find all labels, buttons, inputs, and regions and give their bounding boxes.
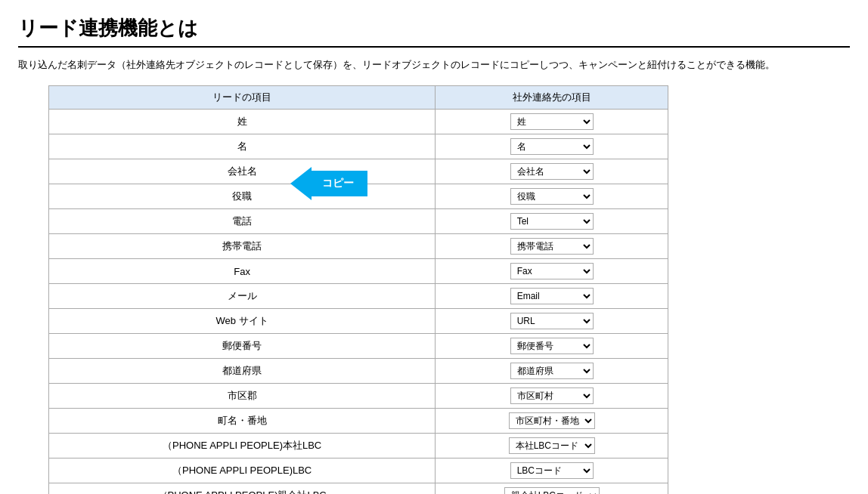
table-row: 市区郡市区町村 xyxy=(49,384,668,409)
external-field-select[interactable]: 携帯電話 xyxy=(510,238,594,255)
external-field-cell[interactable]: 市区町村 xyxy=(436,384,668,409)
table-row: 郵便番号郵便番号 xyxy=(49,334,668,359)
table-row: 名名 xyxy=(49,134,668,159)
lead-field-label: 町名・番地 xyxy=(49,409,436,434)
external-field-select[interactable]: 都道府県 xyxy=(510,363,594,379)
external-field-cell[interactable]: LBCコード xyxy=(436,458,668,483)
external-field-cell[interactable]: 役職 xyxy=(436,184,668,209)
page-title: リード連携機能とは xyxy=(18,15,850,48)
external-field-cell[interactable]: 郵便番号 xyxy=(436,334,668,359)
external-field-cell[interactable]: Tel xyxy=(436,209,668,234)
col2-header: 社外連絡先の項目 xyxy=(436,86,668,110)
lead-field-label: 電話 xyxy=(49,209,436,234)
external-field-select[interactable]: URL xyxy=(510,313,594,329)
lead-field-label: （PHONE APPLI PEOPLE)LBC xyxy=(49,458,436,483)
table-row: メールEmail xyxy=(49,284,668,309)
external-field-cell[interactable]: URL xyxy=(436,309,668,334)
table-row: 町名・番地市区町村・番地 xyxy=(49,409,668,434)
lead-field-label: 市区郡 xyxy=(49,384,436,409)
lead-field-label: （PHONE APPLI PEOPLE)本社LBC xyxy=(49,434,436,458)
lead-field-label: Fax xyxy=(49,259,436,284)
lead-field-label: 会社名 xyxy=(49,159,436,184)
lead-field-label: メール xyxy=(49,284,436,309)
external-field-cell[interactable]: Email xyxy=(436,284,668,309)
table-row: Web サイトURL xyxy=(49,309,668,334)
lead-field-label: 都道府県 xyxy=(49,359,436,384)
external-field-cell[interactable]: 名 xyxy=(436,134,668,159)
external-field-select[interactable]: 親会社LBCコード xyxy=(504,487,600,494)
lead-field-label: 役職 xyxy=(49,184,436,209)
lead-field-label: （PHONE APPLI PEOPLE)親会社LBC xyxy=(49,483,436,494)
external-field-select[interactable]: 郵便番号 xyxy=(510,338,594,354)
lead-field-label: Web サイト xyxy=(49,309,436,334)
table-row: （PHONE APPLI PEOPLE)親会社LBC親会社LBCコード xyxy=(49,483,668,494)
lead-field-label: 携帯電話 xyxy=(49,234,436,259)
table-row: （PHONE APPLI PEOPLE)LBCLBCコード xyxy=(49,458,668,483)
external-field-cell[interactable]: 会社名 xyxy=(436,159,668,184)
external-field-cell[interactable]: 市区町村・番地 xyxy=(436,409,668,434)
table-row: （PHONE APPLI PEOPLE)本社LBC本社LBCコード xyxy=(49,434,668,458)
lead-field-label: 姓 xyxy=(49,110,436,134)
external-field-select[interactable]: Tel xyxy=(510,213,594,230)
table-row: 電話Tel xyxy=(49,209,668,234)
external-field-select[interactable]: LBCコード xyxy=(510,462,594,479)
external-field-select[interactable]: 市区町村・番地 xyxy=(509,412,595,429)
external-field-select[interactable]: 市区町村 xyxy=(510,387,594,404)
external-field-cell[interactable]: 親会社LBCコード xyxy=(436,483,668,494)
external-field-cell[interactable]: 本社LBCコード xyxy=(436,434,668,458)
description-text: 取り込んだ名刺データ（社外連絡先オブジェクトのレコードとして保存）を、リードオブ… xyxy=(18,57,850,73)
table-row: 携帯電話携帯電話 xyxy=(49,234,668,259)
mapping-table: リードの項目 社外連絡先の項目 姓姓名名会社名会社名役職役職電話Tel携帯電話携… xyxy=(48,85,668,494)
external-field-select[interactable]: 姓 xyxy=(510,113,594,130)
table-row: 姓姓 xyxy=(49,110,668,134)
external-field-select[interactable]: 会社名 xyxy=(510,163,594,180)
lead-field-label: 郵便番号 xyxy=(49,334,436,359)
external-field-select[interactable]: 役職 xyxy=(510,188,594,205)
external-field-select[interactable]: Fax xyxy=(510,263,594,279)
copy-label: コピー xyxy=(312,171,367,196)
external-field-cell[interactable]: 姓 xyxy=(436,110,668,134)
table-row: 都道府県都道府県 xyxy=(49,359,668,384)
copy-arrow: コピー xyxy=(290,167,367,200)
external-field-select[interactable]: 本社LBCコード xyxy=(509,437,595,454)
lead-field-label: 名 xyxy=(49,134,436,159)
external-field-select[interactable]: 名 xyxy=(510,138,594,155)
table-wrapper: コピー リードの項目 社外連絡先の項目 姓姓名名会社名会社名役職役職電話Tel携… xyxy=(48,85,668,494)
col1-header: リードの項目 xyxy=(49,86,436,110)
external-field-cell[interactable]: 都道府県 xyxy=(436,359,668,384)
external-field-cell[interactable]: 携帯電話 xyxy=(436,234,668,259)
arrow-head xyxy=(290,167,312,200)
external-field-select[interactable]: Email xyxy=(510,288,594,304)
table-row: FaxFax xyxy=(49,259,668,284)
external-field-cell[interactable]: Fax xyxy=(436,259,668,284)
